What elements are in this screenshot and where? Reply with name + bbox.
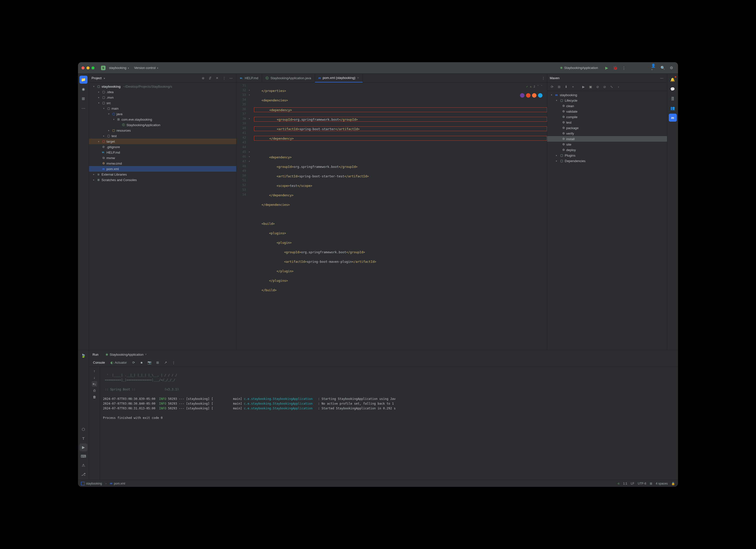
maven-goal-validate[interactable]: ⚙validate [547, 109, 667, 114]
tree-item-gitignore[interactable]: ⊘.gitignore [89, 144, 236, 150]
maximize-window-button[interactable] [91, 66, 95, 69]
indent-indicator[interactable]: 4 spaces [656, 482, 668, 485]
problems-tool-button[interactable]: ⚠ [79, 461, 87, 469]
rerun-button[interactable]: ⟳ [131, 360, 136, 365]
code-editor[interactable]: </properties> <dependencies> <dependency… [251, 83, 547, 350]
tree-item-ext-libs[interactable]: ▸⧈External Libraries [89, 172, 236, 177]
maven-tree[interactable]: ▾mstaybooking ▾▢Lifecycle ⚙clean ⚙valida… [547, 91, 667, 350]
execute-goal-button[interactable]: ▣ [588, 84, 593, 90]
ai-assistant-button[interactable]: 💬 [669, 85, 677, 93]
panel-options-button[interactable]: ⋮ [221, 75, 227, 81]
console-output[interactable]: ' |____| .__|_| |_|_| |_\__, | / / / / =… [100, 367, 678, 480]
tabs-menu-button[interactable]: ⋮ [539, 74, 547, 82]
todo-tool-button[interactable]: T [79, 434, 87, 442]
tree-item-mvnw[interactable]: ⧉mvnw [89, 155, 236, 161]
tab-help-md[interactable]: M↓ HELP.md [237, 74, 262, 82]
maven-goal-compile[interactable]: ⚙compile [547, 114, 667, 120]
fold-button[interactable]: ▾ [249, 94, 250, 96]
tree-item-pom[interactable]: mpom.xml [89, 166, 236, 172]
next-highlight-button[interactable]: ˇ [541, 84, 543, 89]
prev-highlight-button[interactable]: ˆ [537, 84, 539, 89]
clear-all-button[interactable]: 🗑 [92, 394, 97, 400]
run-config-tab[interactable]: ❀ StaybookingApplication × [103, 352, 149, 357]
tree-item-main[interactable]: ▾▢main [89, 106, 236, 111]
fold-button[interactable]: ▾ [249, 151, 250, 153]
print-button[interactable]: ⎙ [92, 388, 97, 393]
tree-item-java[interactable]: ▾▢java [89, 111, 236, 117]
maven-project-root[interactable]: ▾mstaybooking [547, 92, 667, 98]
git-tool-button[interactable]: ⬡ [79, 425, 87, 433]
terminal-tool-button[interactable]: ⌨ [79, 452, 87, 460]
tab-app-java[interactable]: ⓒ StaybookingApplication.java [262, 74, 315, 82]
toggle-offline-button[interactable]: ⊘ [595, 84, 600, 90]
run-configuration-selector[interactable]: ❀ StaybookingApplication [558, 65, 601, 70]
database-tool-button[interactable]: 🗄 [669, 95, 677, 103]
tree-item-idea[interactable]: ▸▢.idea [89, 89, 236, 95]
search-everywhere-icon[interactable]: 🔍 [659, 65, 666, 71]
notifications-button[interactable]: 🔔 [669, 76, 677, 84]
maven-tool-button[interactable]: m [669, 114, 677, 122]
download-sources-button[interactable]: ⬇ [563, 84, 569, 90]
collapse-all-button[interactable]: ✕ [214, 75, 220, 81]
maven-plugins-node[interactable]: ▸▢Plugins [547, 153, 667, 158]
breadcrumb-file[interactable]: m pom.xml [110, 482, 125, 485]
console-tab[interactable]: Console [91, 360, 107, 365]
breadcrumb-project[interactable]: staybooking [81, 482, 102, 485]
tree-item-resources[interactable]: ▸▢resources [89, 128, 236, 133]
line-column-indicator[interactable]: 1:1 [623, 482, 627, 485]
maven-lifecycle-node[interactable]: ▾▢Lifecycle [547, 98, 667, 103]
maven-goal-test[interactable]: ⚙test [547, 120, 667, 125]
project-selector[interactable]: staybooking [107, 65, 131, 71]
hide-panel-button[interactable]: — [228, 75, 234, 81]
tree-item-test[interactable]: ▸▢test [89, 133, 236, 139]
fold-button[interactable]: ▾ [249, 160, 250, 163]
tree-item-help-md[interactable]: M↓HELP.md [89, 150, 236, 155]
collapse-all-maven-button[interactable]: ⤡ [609, 84, 614, 90]
close-run-tab-button[interactable]: × [145, 353, 147, 356]
intellij-icon[interactable] [520, 93, 525, 98]
maven-goal-deploy[interactable]: ⚙deploy [547, 147, 667, 153]
close-window-button[interactable] [81, 66, 85, 69]
firefox-icon[interactable] [532, 93, 537, 98]
run-maven-button[interactable]: ▶ [581, 84, 586, 90]
tree-root[interactable]: ▾▢ staybooking ~/Desktop/Projects/StayBo… [89, 84, 236, 89]
soft-wrap-button[interactable]: ≡↓ [92, 381, 97, 387]
export-button[interactable]: ↗ [163, 360, 168, 365]
run-tool-button-active[interactable]: ▶ [79, 443, 87, 451]
project-tree[interactable]: ▾▢ staybooking ~/Desktop/Projects/StayBo… [89, 83, 236, 350]
encoding-indicator[interactable]: UTF-8 [638, 482, 646, 485]
maven-goal-package[interactable]: ⚙package [547, 125, 667, 131]
chrome-icon[interactable] [526, 93, 531, 98]
readonly-indicator[interactable]: ⊞ [650, 482, 652, 485]
more-actions-button[interactable]: ⋮ [621, 65, 627, 71]
vcs-selector[interactable]: Version control [133, 65, 160, 71]
fold-button[interactable]: ▾ [249, 89, 250, 91]
run-options-button[interactable]: ⋮ [171, 360, 176, 365]
tree-item-mvnw-cmd[interactable]: ⚙mvnw.cmd [89, 161, 236, 166]
locate-file-button[interactable]: ⊕ [200, 75, 206, 81]
tree-item-mvn[interactable]: ▸▢.mvn [89, 95, 236, 100]
close-tab-button[interactable]: × [357, 76, 359, 80]
minimize-window-button[interactable] [87, 66, 89, 69]
tree-item-app-class[interactable]: ⓒStaybookingApplication [89, 122, 236, 128]
safari-icon[interactable] [538, 93, 543, 98]
maven-goal-site[interactable]: ⚙site [547, 142, 667, 147]
project-view-selector[interactable] [103, 76, 105, 80]
toggle-skip-tests-button[interactable]: ⊘ [602, 84, 607, 90]
fold-button[interactable]: ▾ [249, 117, 250, 120]
run-button[interactable]: ▶ [603, 65, 610, 71]
tree-item-src[interactable]: ▾▢src [89, 100, 236, 106]
stop-button[interactable]: ■ [139, 360, 144, 365]
maven-goal-install[interactable]: ⚙install [547, 136, 667, 142]
tree-item-target[interactable]: ▸▢target [89, 139, 236, 144]
generate-sources-button[interactable]: ⊞ [556, 84, 562, 90]
fold-button[interactable]: ▾ [249, 155, 250, 158]
reload-button[interactable]: ⟳ [549, 84, 555, 90]
tab-pom-xml[interactable]: m pom.xml (staybooking) × [315, 74, 363, 82]
structure-tool-button[interactable]: ⊞ [79, 95, 87, 103]
code-with-me-icon[interactable]: 👤⁺ [651, 65, 657, 71]
settings-icon[interactable]: ⚙ [668, 65, 675, 71]
project-tool-button[interactable]: 📁 [79, 76, 87, 84]
gradle-tool-button[interactable]: 👥 [669, 104, 677, 112]
commit-tool-button[interactable]: ◉ [79, 85, 87, 93]
